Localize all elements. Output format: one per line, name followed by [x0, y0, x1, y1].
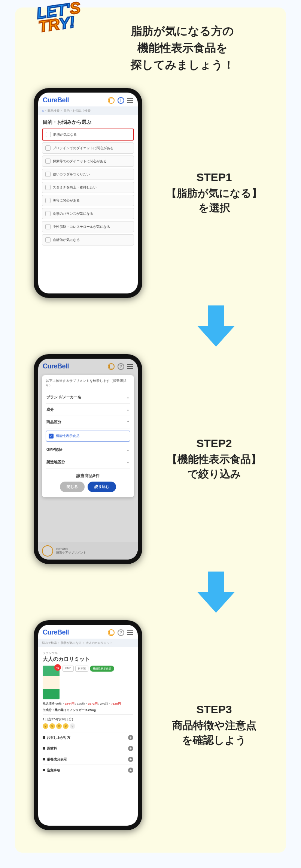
filter-brand[interactable]: ブランド/メーカー名⌄: [46, 391, 130, 404]
filter-sheet: 以下に該当するサプリメントを検索します（複数選択可） ブランド/メーカー名⌄ 成…: [42, 375, 134, 497]
option-protein[interactable]: プロテインでのダイエットに関心がある: [42, 142, 134, 154]
lets-try-badge: LET'S TRY!: [36, 1, 83, 33]
step2-desc: 【機能性表示食品】で絞り込み: [153, 452, 275, 481]
plus-icon: +: [128, 735, 133, 740]
plus-icon: +: [128, 746, 133, 751]
option-enzyme[interactable]: 酵素等でのダイエットに関心がある: [42, 156, 134, 167]
app-logo[interactable]: CureBell: [43, 96, 69, 104]
price-info: 税込価格 60粒・1944円 / 120粒・3672円 / 240粒・7128円: [43, 702, 133, 706]
close-button[interactable]: 閉じる: [60, 482, 85, 492]
accordion-materials[interactable]: 原材料+: [43, 743, 133, 754]
menu-icon[interactable]: [127, 630, 133, 635]
phone-step3: CureBell ? 悩みで検索› 脂肪が気になる› 大人のカロリミット ファン…: [34, 620, 142, 830]
arrow-down-icon: [195, 572, 237, 613]
arrow-down-icon: [195, 305, 237, 347]
breadcrumb: ⌂ ›商品検索 ›目的・お悩みで検索: [38, 106, 138, 115]
plus-icon: +: [128, 757, 133, 762]
accordion-usage[interactable]: お召し上がり方+: [43, 732, 133, 743]
badge-japan: 日本製: [75, 666, 88, 672]
accordion-caution[interactable]: 注意事項+: [43, 765, 133, 775]
step1-title: STEP1: [153, 171, 275, 184]
option-strong[interactable]: 強いカラダをつくりたい: [42, 169, 134, 180]
bookmark-icon[interactable]: [108, 97, 115, 104]
intro-heading: 脂肪が気になる方の 機能性表示食品を 探してみましょう！: [90, 22, 275, 73]
checkbox-functional-food[interactable]: ✓機能性表示食品: [46, 431, 130, 441]
step3-desc: 商品特徴や注意点を確認しよう: [153, 718, 275, 747]
step3-title: STEP3: [153, 703, 275, 716]
step1-desc: 【脂肪が気になる】を選択: [153, 186, 275, 215]
option-sugar[interactable]: 血糖値が気になる: [42, 234, 134, 245]
accordion-nutrition[interactable]: 栄養成分表示+: [43, 754, 133, 765]
option-balance[interactable]: 食事のバランスが気になる: [42, 208, 134, 219]
filter-gmp[interactable]: GMP認証⌄: [46, 444, 130, 456]
filter-ingredient[interactable]: 成分⌄: [46, 404, 130, 416]
cost-rating: ¥¥¥¥¥: [43, 723, 133, 729]
option-beauty[interactable]: 美容に関心がある: [42, 195, 134, 206]
product-name: 大人のカロリミット: [43, 656, 133, 663]
option-fat[interactable]: 脂肪が気になる: [42, 129, 134, 141]
info-icon[interactable]: i: [118, 97, 124, 104]
option-stamina[interactable]: スタミナを向上・維持したい: [42, 182, 134, 193]
menu-icon[interactable]: [127, 98, 133, 103]
filter-category[interactable]: 商品区分⌄: [46, 416, 130, 428]
phone-step2: CureBell ? のための糖質ケアサプリメント 以下に該当するサプリメントを…: [34, 354, 142, 564]
filter-origin[interactable]: 製造地区分⌄: [46, 456, 130, 468]
result-count: 該当商品8件: [46, 473, 130, 479]
product-image: [43, 666, 60, 699]
daily-cost: 1日当274円(26日分): [43, 717, 133, 722]
main-ingredient: 主成分：桑の葉イミノシュガー 5.25mg: [43, 708, 133, 712]
breadcrumb: 悩みで検索› 脂肪が気になる› 大人のカロリミット: [38, 639, 138, 647]
help-icon[interactable]: ?: [118, 629, 124, 636]
apply-button[interactable]: 絞り込む: [88, 482, 116, 492]
option-cholesterol[interactable]: 中性脂肪・コレステロールが気になる: [42, 221, 134, 232]
badge-functional: 機能性表示食品: [90, 666, 114, 672]
app-logo[interactable]: CureBell: [43, 629, 69, 636]
step2-title: STEP2: [153, 437, 275, 450]
home-icon[interactable]: ⌂: [42, 109, 44, 112]
bookmark-icon[interactable]: [108, 629, 115, 636]
sheet-title: 以下に該当するサプリメントを検索します（複数選択可）: [46, 379, 130, 388]
badge-gmp: GMP: [63, 666, 74, 672]
brand-name: ファンケル: [43, 651, 133, 655]
plus-icon: +: [128, 768, 133, 773]
section-title: 目的・お悩みから選ぶ: [38, 115, 138, 129]
phone-step1: CureBell i ⌂ ›商品検索 ›目的・お悩みで検索 目的・お悩みから選ぶ…: [34, 88, 142, 298]
